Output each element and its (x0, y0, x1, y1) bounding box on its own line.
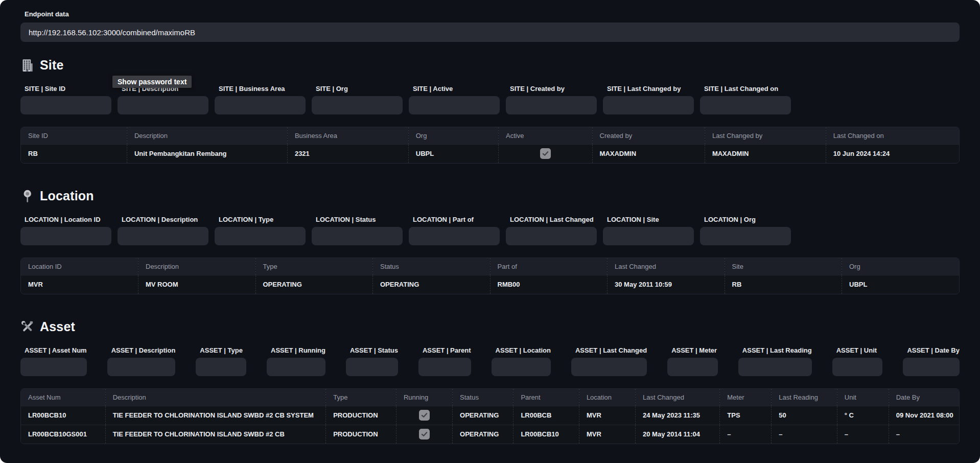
table-cell: RB (21, 144, 127, 163)
filter-asset-meter: ASSET | Meter (667, 346, 718, 376)
filter-input-asset-running[interactable] (267, 358, 325, 376)
row-checkbox[interactable] (419, 410, 430, 421)
column-header: Last Changed by (705, 127, 826, 144)
filter-input-location-org[interactable] (700, 227, 791, 245)
table-cell: MAXADMIN (592, 144, 705, 163)
filter-input-asset-status[interactable] (346, 358, 398, 376)
column-header: Active (499, 127, 593, 144)
column-header: Unit (837, 389, 889, 406)
section-site: Site SITE | Site ID SITE | Description S… (20, 57, 960, 164)
filter-label: SITE | Active (409, 85, 500, 92)
column-header: Status (453, 389, 514, 406)
endpoint-url-input[interactable] (20, 22, 960, 42)
filter-input-asset-meter[interactable] (667, 358, 718, 376)
table-cell: UBPL (408, 144, 498, 163)
filter-input-location-last-changed[interactable] (506, 227, 597, 245)
table-cell: MAXADMIN (705, 144, 826, 163)
filter-input-site-last-changed-by[interactable] (603, 96, 694, 114)
filter-label: ASSET | Date By (903, 346, 960, 354)
filter-label: LOCATION | Type (215, 216, 306, 223)
tools-icon (20, 320, 34, 334)
filter-input-asset-location[interactable] (492, 358, 551, 376)
table-cell: 2321 (287, 144, 408, 163)
filter-input-asset-description[interactable] (107, 358, 176, 376)
table-cell: TPS (720, 406, 772, 425)
column-header: Description (105, 389, 325, 406)
filter-input-location-type[interactable] (215, 227, 306, 245)
column-header: Running (396, 389, 452, 406)
filter-input-location-location-id[interactable] (20, 227, 111, 245)
filter-input-site-active[interactable] (409, 96, 500, 114)
table-row: RBUnit Pembangkitan Rembang2321UBPL MAXA… (21, 144, 959, 163)
filter-site-site-id: SITE | Site ID (20, 85, 111, 114)
column-header: Description (138, 258, 256, 275)
filter-input-site-last-changed-on[interactable] (700, 96, 791, 114)
building-icon (20, 58, 34, 72)
section-title: Location (40, 189, 94, 203)
column-header: Last Changed (608, 258, 725, 275)
filter-label: SITE | Site ID (20, 85, 111, 92)
table-cell: 30 May 2011 10:59 (608, 275, 725, 294)
filter-site-business-area: SITE | Business Area (215, 85, 306, 114)
filter-input-location-part-of[interactable] (409, 227, 500, 245)
filter-input-location-description[interactable] (118, 227, 208, 245)
row-checkbox[interactable] (540, 148, 551, 159)
section-header: Asset (20, 319, 960, 334)
table-cell: ° C (837, 406, 889, 425)
table-cell: RB (725, 275, 842, 294)
filter-site-active: SITE | Active (409, 85, 500, 114)
filter-label: ASSET | Meter (667, 346, 718, 354)
checkbox-cell (499, 144, 593, 163)
column-header: Last Changed (636, 389, 720, 406)
row-checkbox[interactable] (419, 429, 430, 439)
filter-input-asset-date-by[interactable] (903, 358, 960, 376)
sections: Site SITE | Site ID SITE | Description S… (20, 57, 960, 444)
filter-label: ASSET | Location (492, 346, 551, 354)
section-asset: Asset ASSET | Asset Num ASSET | Descript… (20, 319, 960, 444)
filter-label: ASSET | Last Reading (738, 346, 812, 354)
table-cell: – (720, 425, 772, 444)
table-header-row: Location IDDescriptionTypeStatusPart ofL… (21, 258, 959, 275)
table-cell: 20 May 2014 11:04 (636, 425, 720, 444)
filter-input-asset-last-changed[interactable] (571, 358, 647, 376)
filter-input-location-status[interactable] (312, 227, 403, 245)
filter-asset-unit: ASSET | Unit (832, 346, 883, 376)
filter-input-site-created-by[interactable] (506, 96, 597, 114)
filter-input-site-site-id[interactable] (20, 96, 111, 114)
table-cell: – (772, 425, 837, 444)
filter-label: ASSET | Unit (832, 346, 883, 354)
filter-location-last-changed: LOCATION | Last Changed (506, 216, 597, 245)
filter-input-asset-type[interactable] (196, 358, 246, 376)
filter-label: LOCATION | Site (603, 216, 694, 223)
filter-input-site-business-area[interactable] (215, 96, 306, 114)
filter-asset-type: ASSET | Type (196, 346, 246, 376)
table-cell: TIE FEEDER TO CHLORINATION ISLAND SWBD #… (105, 406, 325, 425)
column-header: Last Changed on (826, 127, 959, 144)
filter-label: SITE | Last Changed by (603, 85, 694, 92)
filter-row: LOCATION | Location ID LOCATION | Descri… (20, 216, 791, 245)
filter-input-asset-asset-num[interactable] (20, 358, 87, 376)
column-header: Site ID (21, 127, 127, 144)
filter-input-location-site[interactable] (603, 227, 694, 245)
table-cell: – (889, 425, 959, 444)
column-header: Location (579, 389, 635, 406)
filter-location-org: LOCATION | Org (700, 216, 791, 245)
filter-asset-location: ASSET | Location (492, 346, 551, 376)
filter-location-type: LOCATION | Type (215, 216, 306, 245)
filter-asset-description: ASSET | Description (107, 346, 176, 376)
filter-input-site-description[interactable] (118, 96, 208, 114)
table-cell: LR00BCB10 (21, 406, 105, 425)
filter-input-site-org[interactable] (312, 96, 403, 114)
filter-input-asset-unit[interactable] (832, 358, 883, 376)
filter-input-asset-parent[interactable] (418, 358, 471, 376)
table-cell: OPERATING (373, 275, 491, 294)
page: { "colors": { "background": "#0e1117", "… (0, 0, 980, 463)
section-header: Site (20, 57, 960, 73)
table-cell: LR00BCB (514, 406, 579, 425)
column-header: Parent (514, 389, 579, 406)
filter-asset-last-changed: ASSET | Last Changed (571, 346, 647, 376)
filter-input-asset-last-reading[interactable] (738, 358, 812, 376)
filter-label: SITE | Org (312, 85, 403, 92)
checkbox-cell (396, 425, 452, 444)
filter-site-last-changed-on: SITE | Last Changed on (700, 85, 791, 114)
